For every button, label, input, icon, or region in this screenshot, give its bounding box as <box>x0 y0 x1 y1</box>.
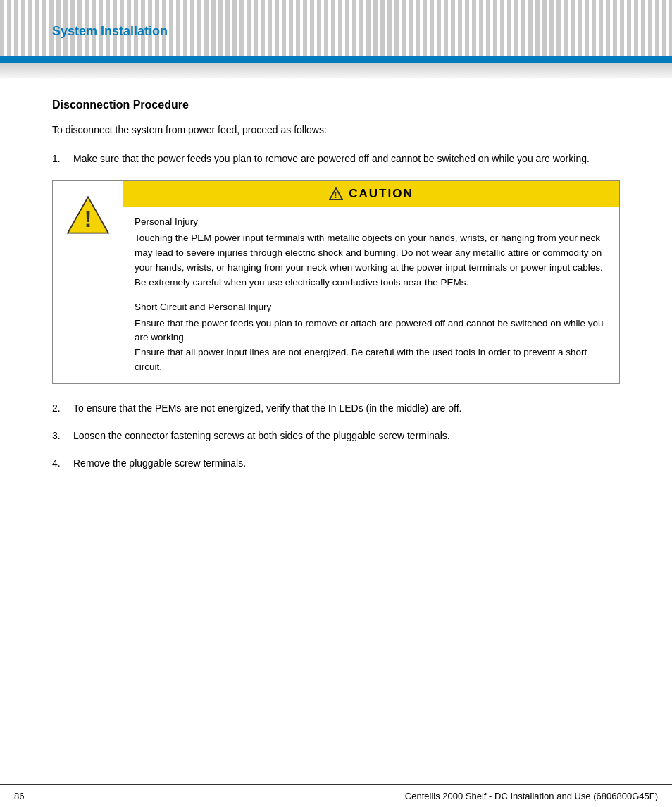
section-title: Disconnection Procedure <box>52 99 620 111</box>
caution-body-text-2: Ensure that the power feeds you plan to … <box>135 316 608 376</box>
list-item: 2. To ensure that the PEMs are not energ… <box>52 401 620 416</box>
caution-triangle-small-icon: ! <box>329 187 343 201</box>
item-text: Loosen the connector fastening screws at… <box>73 429 620 443</box>
item-text: To ensure that the PEMs are not energize… <box>73 401 620 416</box>
blue-divider-bar <box>0 56 672 63</box>
page-footer: 86 Centellis 2000 Shelf - DC Installatio… <box>0 784 672 807</box>
caution-subtitle-2: Short Circuit and Personal Injury <box>135 300 608 315</box>
item-text: Make sure that the power feeds you plan … <box>73 152 620 166</box>
caution-warning-icon: ! <box>66 192 111 238</box>
page-header: System Installation <box>0 0 672 78</box>
svg-text:!: ! <box>84 206 92 232</box>
caution-triangle-icon: ! <box>329 187 343 201</box>
caution-body-text-1: Touching the PEM power input terminals w… <box>135 231 608 290</box>
caution-header: ! CAUTION <box>123 181 619 207</box>
caution-paragraph-2: Short Circuit and Personal Injury Ensure… <box>135 300 608 376</box>
gray-accent-bar <box>0 63 672 78</box>
item-text: Remove the pluggable screw terminals. <box>73 456 620 471</box>
caution-subtitle-1: Personal Injury <box>135 215 608 230</box>
caution-icon-column: ! <box>53 181 123 383</box>
caution-body: Personal Injury Touching the PEM power i… <box>123 207 619 383</box>
list-item: 1. Make sure that the power feeds you pl… <box>52 152 620 166</box>
item-number: 3. <box>52 429 73 443</box>
caution-label: CAUTION <box>349 187 413 201</box>
header-title-bar: System Installation <box>0 20 672 43</box>
item-number: 2. <box>52 401 73 416</box>
caution-paragraph-1: Personal Injury Touching the PEM power i… <box>135 215 608 290</box>
svg-text:!: ! <box>335 191 338 199</box>
page-number: 86 <box>14 791 24 801</box>
caution-box: ! ! CAUTION Personal Injury Touching the… <box>52 180 620 384</box>
list-item: 3. Loosen the connector fastening screws… <box>52 429 620 443</box>
main-content: Disconnection Procedure To disconnect th… <box>0 78 672 505</box>
caution-right-panel: ! CAUTION Personal Injury Touching the P… <box>123 181 619 383</box>
list-item: 4. Remove the pluggable screw terminals. <box>52 456 620 471</box>
intro-text: To disconnect the system from power feed… <box>52 123 620 137</box>
footer-document-title: Centellis 2000 Shelf - DC Installation a… <box>405 791 658 801</box>
item-number: 4. <box>52 456 73 471</box>
item-number: 1. <box>52 152 73 166</box>
page-title: System Installation <box>52 24 168 38</box>
header-pattern: System Installation <box>0 0 672 56</box>
